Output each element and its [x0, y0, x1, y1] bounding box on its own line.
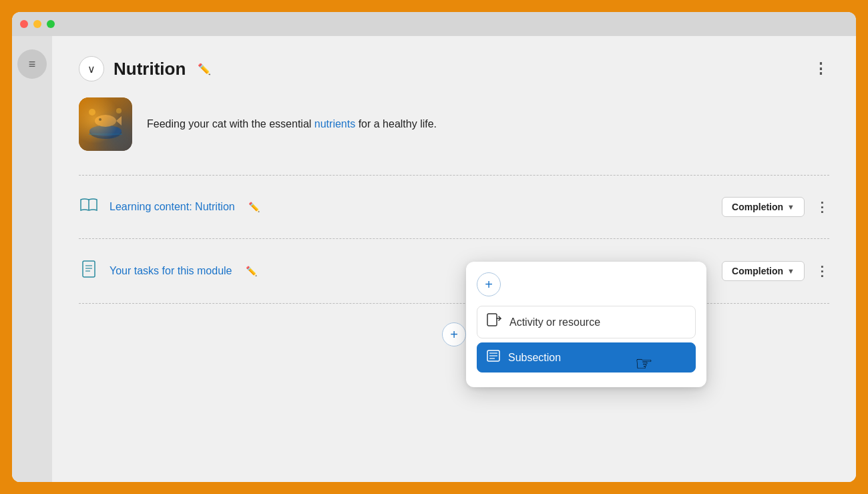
svg-rect-1: [79, 97, 132, 151]
completion-button-1[interactable]: Completion ▼: [722, 197, 805, 217]
completion-chevron-2: ▼: [787, 267, 795, 275]
course-icon: [79, 97, 132, 151]
course-icon-image: [79, 97, 132, 151]
svg-point-6: [99, 118, 101, 121]
book-icon: [79, 198, 98, 212]
browser-dot-green[interactable]: [47, 20, 55, 28]
sidebar: ≡: [12, 36, 52, 482]
course-description: Feeding your cat with the essential nutr…: [147, 116, 437, 132]
dropdown-popup: + Activity or resource: [466, 262, 706, 387]
divider-middle: [79, 238, 829, 239]
popup-option-activity[interactable]: Activity or resource: [477, 306, 696, 338]
highlight-text: nutrients: [314, 118, 355, 130]
activity-row-2: Your tasks for this module ✏️ Completion…: [79, 251, 829, 291]
sidebar-menu-icon[interactable]: ≡: [17, 49, 47, 79]
document-icon: [81, 260, 96, 278]
svg-rect-0: [79, 97, 132, 151]
popup-option-subsection[interactable]: Subsection: [477, 342, 696, 373]
browser-dot-red[interactable]: [20, 20, 28, 28]
bottom-add-button[interactable]: +: [442, 322, 466, 346]
svg-marker-5: [116, 116, 122, 126]
activity-row-1: Learning content: Nutrition ✏️ Completio…: [79, 188, 829, 226]
section-more-button[interactable]: ⋮: [813, 60, 829, 77]
activity-more-button-1[interactable]: ⋮: [815, 199, 829, 215]
browser-window: ≡ ∨ Nutrition ✏️ ⋮: [12, 12, 856, 482]
activity-link-2[interactable]: Your tasks for this module: [110, 265, 232, 277]
title-edit-icon[interactable]: ✏️: [198, 63, 211, 75]
divider-top: [79, 175, 829, 176]
completion-label-2: Completion: [732, 266, 783, 276]
svg-point-7: [89, 109, 95, 115]
popup-add-button[interactable]: +: [477, 272, 501, 296]
completion-chevron-1: ▼: [787, 203, 795, 211]
completion-label-1: Completion: [732, 202, 783, 212]
collapse-button[interactable]: ∨: [79, 56, 104, 81]
browser-dot-yellow[interactable]: [33, 20, 41, 28]
activity-edit-icon-2[interactable]: ✏️: [246, 266, 257, 276]
popup-option-subsection-label: Subsection: [508, 352, 561, 364]
popup-option-activity-label: Activity or resource: [509, 316, 600, 328]
main-content: ∨ Nutrition ✏️ ⋮: [52, 36, 856, 482]
browser-chrome: [12, 12, 856, 36]
svg-rect-11: [83, 261, 95, 277]
activity-more-button-2[interactable]: ⋮: [815, 263, 829, 279]
activity-icon-svg: [487, 313, 501, 328]
section-header: ∨ Nutrition ✏️ ⋮: [79, 56, 829, 81]
chevron-down-icon: ∨: [87, 63, 95, 75]
svg-point-8: [116, 108, 122, 113]
activity-resource-icon: [487, 313, 501, 331]
course-illustration: [79, 97, 132, 151]
svg-point-3: [89, 126, 122, 136]
subsection-icon: [487, 350, 500, 365]
section-title: Nutrition: [114, 59, 186, 79]
menu-icon: ≡: [29, 57, 36, 71]
task-icon: [79, 260, 99, 282]
learning-content-icon: [79, 198, 99, 216]
subsection-icon-svg: [487, 350, 500, 362]
svg-rect-15: [487, 314, 497, 326]
activity-link-1[interactable]: Learning content: Nutrition: [110, 201, 235, 213]
content-area: ≡ ∨ Nutrition ✏️ ⋮: [12, 36, 856, 482]
svg-point-2: [89, 126, 122, 139]
divider-bottom: [79, 303, 829, 304]
activity-edit-icon-1[interactable]: ✏️: [248, 202, 260, 212]
completion-button-2[interactable]: Completion ▼: [722, 261, 805, 281]
svg-point-4: [95, 115, 116, 127]
course-info: Feeding your cat with the essential nutr…: [79, 97, 829, 151]
